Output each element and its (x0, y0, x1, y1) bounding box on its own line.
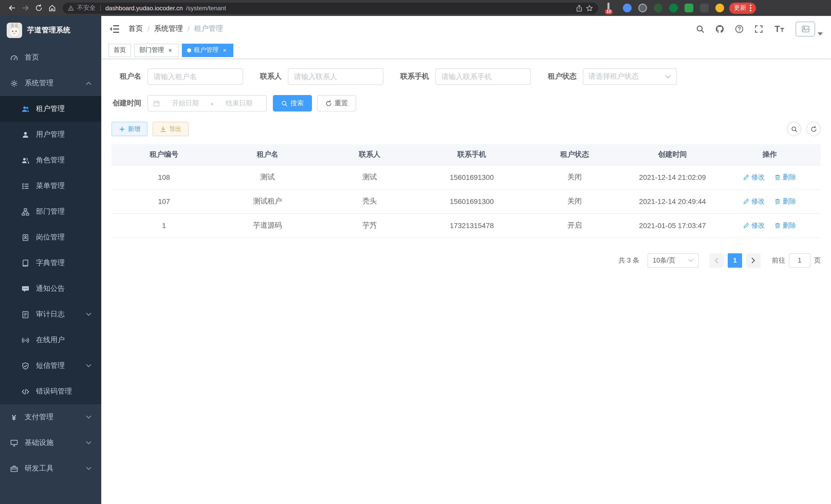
cell-status: 关闭 (523, 189, 627, 213)
tenant-name-input[interactable] (147, 68, 243, 85)
status-label: 租户状态 (548, 72, 577, 81)
cell-tenant-name: 芋道源码 (217, 213, 318, 237)
hide-search-button[interactable] (787, 122, 801, 136)
cell-phone: 17321315478 (421, 213, 523, 237)
chevron-right-icon (751, 257, 756, 263)
ext-green-square-icon[interactable] (685, 4, 693, 12)
browser-menu-icon[interactable] (750, 5, 751, 11)
cell-created: 2021-12-14 21:02:09 (627, 165, 719, 189)
text-size-icon[interactable] (774, 25, 785, 33)
goto-page-input[interactable] (789, 253, 810, 267)
app-title: 芋道管理系统 (27, 26, 70, 35)
chevron-down-icon (688, 257, 694, 263)
tag-home[interactable]: 首页 (109, 43, 131, 57)
close-icon[interactable]: × (167, 47, 174, 54)
tag-tenant-active[interactable]: 租户管理 × (182, 43, 233, 57)
breadcrumb-home[interactable]: 首页 (128, 24, 143, 33)
sidebar-item-audit-log[interactable]: 审计日志 (0, 302, 101, 327)
question-icon[interactable] (735, 24, 744, 33)
sidebar-item-notice[interactable]: 通知公告 (0, 276, 101, 302)
status-select[interactable]: 请选择租户状态 (583, 68, 677, 85)
back-icon[interactable] (5, 1, 19, 14)
ext-globe-icon[interactable] (638, 4, 647, 12)
edit-link[interactable]: 修改 (743, 172, 765, 182)
delete-link[interactable]: 删除 (774, 197, 796, 206)
refresh-icon (325, 100, 332, 107)
close-icon[interactable]: × (221, 47, 228, 54)
sidebar-item-home[interactable]: 首页 (0, 45, 101, 70)
sidebar-item-post[interactable]: 岗位管理 (0, 225, 101, 250)
user-avatar-menu[interactable] (796, 21, 823, 36)
sidebar-item-dev-tools[interactable]: 研发工具 (0, 456, 101, 481)
breadcrumb-system[interactable]: 系统管理 (154, 24, 183, 33)
chevron-down-icon (86, 441, 91, 445)
ext-yellow-icon[interactable] (715, 4, 724, 12)
sidebar-item-online-user[interactable]: 在线用户 (0, 327, 101, 353)
hamburger-icon[interactable] (110, 24, 120, 33)
sidebar-item-payment[interactable]: ¥ 支付管理 (0, 404, 101, 430)
sidebar-item-infrastructure[interactable]: 基础设施 (0, 430, 101, 456)
add-button[interactable]: 新增 (112, 122, 147, 136)
edit-link[interactable]: 修改 (743, 197, 765, 206)
app-logo: 芋道管理系统 (0, 16, 101, 45)
forward-icon[interactable] (19, 1, 32, 14)
extension-icons: 10 (607, 4, 724, 12)
sidebar-item-user[interactable]: 用户管理 (0, 122, 101, 147)
page-number-current[interactable]: 1 (728, 253, 742, 267)
search-button[interactable]: 搜索 (273, 95, 312, 112)
delete-icon (774, 198, 781, 204)
edit-link[interactable]: 修改 (743, 221, 765, 230)
filter-row-2: 创建时间 开始日期 - 结束日期 搜索 重置 (112, 95, 821, 112)
date-range-picker[interactable]: 开始日期 - 结束日期 (147, 95, 267, 112)
sidebar-item-sms[interactable]: 短信管理 (0, 353, 101, 379)
page-size-select[interactable]: 10条/页 (648, 253, 699, 267)
table-row: 1 芋道源码 芋艿 17321315478 开启 2021-01-05 17:0… (112, 213, 821, 237)
ext-puzzle-icon[interactable] (700, 4, 709, 12)
edit-icon (743, 198, 749, 204)
sidebar-item-error-code[interactable]: 错误码管理 (0, 379, 101, 404)
export-button[interactable]: 导出 (153, 122, 189, 136)
cell-tenant-id: 1 (112, 213, 217, 237)
goto-label: 前往 (772, 256, 785, 265)
sidebar-item-dict[interactable]: 字典管理 (0, 250, 101, 276)
bookmark-star-icon[interactable] (586, 4, 593, 11)
pagination: 共 3 条 10条/页 1 前往 页 (112, 253, 821, 267)
contact-input[interactable] (288, 68, 383, 85)
share-icon[interactable] (576, 4, 583, 11)
address-bar[interactable]: 不安全 dashboard.yudao.iocoder.cn/system/te… (63, 2, 598, 13)
sidebar-item-menu[interactable]: 菜单管理 (0, 173, 101, 199)
tag-dept[interactable]: 部门管理 × (134, 43, 179, 57)
delete-link[interactable]: 删除 (774, 172, 796, 182)
sidebar-item-system[interactable]: 系统管理 (0, 70, 101, 96)
cell-contact: 秃头 (319, 189, 421, 213)
create-time-label: 创建时间 (112, 99, 141, 108)
chevron-down-icon (86, 415, 91, 419)
github-icon[interactable] (715, 24, 724, 33)
pagination-total: 共 3 条 (619, 256, 639, 265)
prev-page-button[interactable] (709, 253, 724, 267)
cell-tenant-name: 测试租户 (217, 189, 318, 213)
org-tree-icon (21, 208, 29, 216)
reload-icon[interactable] (32, 1, 45, 14)
header-search-icon[interactable] (696, 24, 705, 33)
sidebar-item-dept[interactable]: 部门管理 (0, 199, 101, 225)
refresh-table-button[interactable] (806, 122, 821, 136)
home-icon[interactable] (45, 1, 59, 14)
fullscreen-icon[interactable] (754, 24, 763, 33)
phone-input[interactable] (435, 68, 531, 85)
sidebar-item-role[interactable]: 角色管理 (0, 147, 101, 173)
ext-green-circle-icon[interactable] (669, 4, 678, 12)
delete-link[interactable]: 删除 (774, 221, 796, 230)
chevron-down-icon (86, 313, 91, 317)
navbar: 首页 / 系统管理 / 租户管理 (101, 16, 831, 41)
sidebar-item-tenant[interactable]: 租户管理 (0, 96, 101, 122)
reset-button[interactable]: 重置 (317, 95, 356, 112)
next-page-button[interactable] (746, 253, 761, 267)
date-separator: - (211, 99, 213, 107)
ext-tab-counter-icon[interactable]: 10 (607, 4, 616, 12)
edit-icon (743, 174, 749, 180)
browser-update-button[interactable]: 更新 (729, 2, 756, 13)
refresh-icon (810, 126, 817, 132)
ext-darkgreen-icon[interactable] (654, 4, 662, 12)
ext-blue-icon[interactable] (623, 4, 632, 12)
